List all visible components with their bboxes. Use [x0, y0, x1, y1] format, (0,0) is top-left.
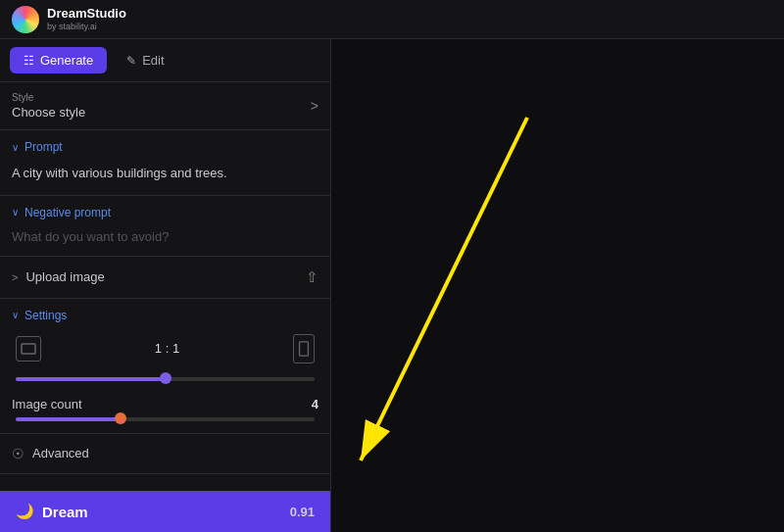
settings-header[interactable]: ∨ Settings	[12, 309, 318, 322]
count-slider-fill	[16, 417, 121, 421]
dream-button-left: 🌙 Dream	[16, 503, 88, 520]
settings-title: Settings	[24, 309, 67, 322]
aspect-slider-fill	[16, 377, 166, 381]
prompt-header[interactable]: ∨ Prompt	[12, 140, 318, 154]
aspect-slider-thumb[interactable]	[160, 372, 172, 384]
image-count-slider[interactable]	[12, 417, 318, 421]
settings-chevron-icon: ∨	[12, 310, 19, 320]
dream-moon-icon: 🌙	[16, 503, 34, 520]
image-count-container: Image count 4	[12, 397, 318, 421]
count-slider-track	[16, 417, 315, 421]
upload-icon: ⇧	[306, 268, 318, 286]
image-count-row: Image count 4	[12, 397, 318, 411]
aspect-slider-track	[16, 377, 315, 381]
negative-prompt-section: ∨ Negative prompt What do you want to av…	[0, 196, 330, 257]
logo-icon	[12, 6, 39, 33]
eye-icon: ☉	[12, 446, 24, 461]
app-name: DreamStudio	[47, 7, 126, 21]
settings-section: ∨ Settings 1 : 1	[0, 299, 330, 434]
generate-tab[interactable]: ☷ Generate	[10, 47, 107, 73]
negative-prompt-chevron-icon: ∨	[12, 207, 19, 218]
arrow-annotation	[331, 39, 784, 532]
image-count-value: 4	[312, 397, 318, 411]
aspect-portrait-icon	[293, 334, 315, 363]
negative-prompt-title: Negative prompt	[24, 206, 111, 219]
prompt-value[interactable]: A city with various buildings and trees.	[12, 162, 318, 185]
aspect-landscape-icon	[16, 336, 41, 362]
aspect-ratio-value: 1 : 1	[155, 341, 179, 356]
negative-prompt-header[interactable]: ∨ Negative prompt	[12, 206, 318, 219]
upload-left: > Upload image	[12, 269, 105, 284]
prompt-section: ∨ Prompt A city with various buildings a…	[0, 130, 330, 196]
aspect-ratio-row: 1 : 1	[12, 334, 318, 363]
tab-row: ☷ Generate ✎ Edit	[0, 39, 330, 82]
edit-tab[interactable]: ✎ Edit	[113, 47, 177, 73]
upload-image-label: Upload image	[25, 269, 104, 284]
logo-text: DreamStudio by stability.ai	[47, 7, 126, 30]
svg-rect-0	[22, 344, 35, 354]
advanced-label: Advanced	[32, 446, 89, 460]
content-area	[331, 39, 784, 532]
prompt-title: Prompt	[24, 140, 63, 154]
topbar: DreamStudio by stability.ai	[0, 0, 784, 39]
svg-rect-1	[300, 341, 309, 355]
negative-prompt-placeholder[interactable]: What do you want to avoid?	[12, 227, 318, 246]
sidebar: ☷ Generate ✎ Edit Style Choose style > ∨…	[0, 39, 331, 532]
dream-button-label: Dream	[42, 504, 88, 520]
app-subtitle: by stability.ai	[47, 22, 126, 31]
generate-tab-label: Generate	[40, 53, 93, 68]
style-value: Choose style	[12, 105, 85, 120]
aspect-ratio-slider[interactable]	[12, 377, 318, 381]
upload-expand-icon: >	[12, 271, 18, 283]
count-slider-thumb[interactable]	[115, 412, 126, 424]
dream-button[interactable]: 🌙 Dream 0.91	[0, 491, 330, 532]
main-layout: ☷ Generate ✎ Edit Style Choose style > ∨…	[0, 39, 784, 532]
edit-icon: ✎	[126, 54, 136, 68]
style-sublabel: Style	[12, 92, 85, 103]
svg-line-3	[361, 118, 527, 460]
prompt-chevron-icon: ∨	[12, 142, 19, 153]
style-label-group: Style Choose style	[12, 92, 85, 120]
style-row[interactable]: Style Choose style >	[0, 82, 330, 130]
image-count-label: Image count	[12, 397, 82, 411]
edit-tab-label: Edit	[142, 53, 164, 68]
chevron-right-icon: >	[311, 98, 318, 114]
dream-cost: 0.91	[290, 505, 315, 519]
upload-image-row[interactable]: > Upload image ⇧	[0, 257, 330, 299]
generate-icon: ☷	[24, 54, 34, 68]
advanced-row[interactable]: ☉ Advanced	[0, 434, 330, 474]
